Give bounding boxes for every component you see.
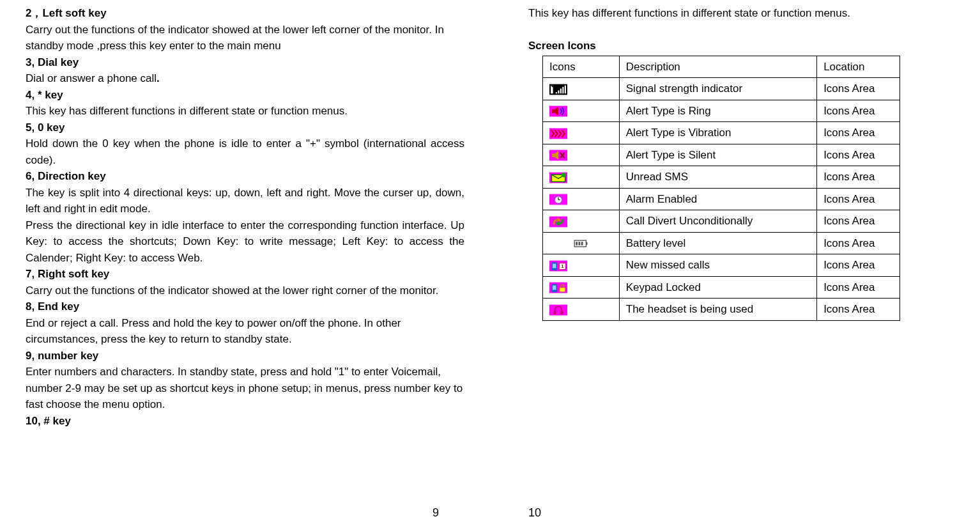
- ring-icon: [549, 105, 567, 117]
- section-title: 6, Direction key: [26, 168, 464, 185]
- desc-cell: The headset is being used: [619, 299, 816, 321]
- table-row: Keypad Locked Icons Area: [543, 276, 900, 299]
- icon-cell: [543, 188, 620, 210]
- lock-icon: [549, 282, 567, 293]
- icons-table: Icons Description Location Signal streng…: [542, 56, 900, 321]
- missed-call-icon: 1: [549, 260, 567, 272]
- svg-rect-30: [581, 242, 583, 245]
- loc-cell: Icons Area: [817, 232, 900, 254]
- svg-rect-3: [556, 92, 557, 93]
- table-row: Alert Type is Ring Icons Area: [543, 100, 900, 122]
- section-body: This key has different functions in diff…: [26, 103, 464, 120]
- table-row: Alert Type is Vibration Icons Area: [543, 122, 900, 144]
- svg-rect-39: [560, 288, 565, 291]
- svg-rect-41: [553, 311, 556, 314]
- icon-cell: [543, 299, 620, 321]
- section-body: Enter numbers and characters. In standby…: [26, 364, 464, 413]
- silent-icon: [549, 150, 567, 161]
- divert-icon: [549, 216, 567, 228]
- table-row: Unread SMS Icons Area: [543, 166, 900, 189]
- section-body: Dial or answer a phone call.: [26, 70, 464, 87]
- svg-rect-5: [560, 88, 562, 93]
- section-title: 7, Right soft key: [26, 266, 464, 283]
- svg-point-17: [562, 173, 566, 177]
- table-header-row: Icons Description Location: [543, 56, 900, 78]
- sms-icon: [549, 172, 567, 183]
- svg-rect-33: [553, 263, 556, 268]
- header-description: Description: [619, 56, 816, 78]
- loc-cell: Icons Area: [817, 254, 900, 277]
- desc-cell: New missed calls: [619, 254, 816, 277]
- desc-cell: Battery level: [619, 232, 816, 254]
- table-row: Battery level Icons Area: [543, 232, 900, 254]
- screen-icons-heading: Screen Icons: [528, 38, 942, 54]
- section-title: 9, number key: [26, 348, 464, 364]
- section-title: 3, Dial key: [26, 54, 464, 71]
- headset-icon: [549, 304, 567, 316]
- svg-rect-38: [553, 286, 556, 290]
- section-title: 2，Left soft key: [26, 5, 464, 22]
- section-body: The key is split into 4 directional keys…: [26, 185, 464, 217]
- section-body: Press the directional key in idle interf…: [26, 217, 464, 267]
- desc-cell: Unread SMS: [619, 166, 816, 189]
- table-row: Signal strength indicator Icons Area: [543, 78, 900, 100]
- period: .: [157, 72, 160, 84]
- icon-cell: [543, 210, 620, 233]
- desc-cell: Alert Type is Vibration: [619, 122, 816, 144]
- section-title: 8, End key: [26, 299, 464, 315]
- loc-cell: Icons Area: [817, 299, 900, 321]
- page-number: 9: [433, 504, 439, 522]
- icon-cell: [543, 78, 620, 100]
- page-right: This key has different functions in diff…: [490, 0, 980, 528]
- icon-cell: [543, 100, 620, 122]
- table-row: Alarm Enabled Icons Area: [543, 188, 900, 210]
- svg-rect-42: [561, 311, 563, 314]
- icon-cell: [543, 122, 620, 144]
- svg-rect-27: [586, 242, 588, 245]
- vibration-icon: [549, 128, 567, 139]
- header-icons: Icons: [543, 56, 620, 78]
- loc-cell: Icons Area: [817, 100, 900, 122]
- table-row: The headset is being used Icons Area: [543, 299, 900, 321]
- loc-cell: Icons Area: [817, 144, 900, 166]
- svg-rect-28: [576, 242, 578, 245]
- svg-rect-6: [562, 86, 563, 93]
- battery-icon: [572, 238, 590, 249]
- table-row: Alert Type is Silent Icons Area: [543, 144, 900, 166]
- table-row: 1 New missed calls Icons Area: [543, 254, 900, 277]
- svg-rect-7: [565, 85, 566, 93]
- loc-cell: Icons Area: [817, 276, 900, 299]
- desc-cell: Call Divert Unconditionally: [619, 210, 816, 233]
- alarm-icon: [549, 194, 567, 205]
- icon-cell: [543, 144, 620, 166]
- desc-cell: Keypad Locked: [619, 276, 816, 299]
- loc-cell: Icons Area: [817, 78, 900, 100]
- intro-text: This key has different functions in diff…: [528, 5, 942, 22]
- desc-cell: Alert Type is Ring: [619, 100, 816, 122]
- loc-cell: Icons Area: [817, 188, 900, 210]
- icon-cell: [543, 232, 620, 254]
- table-row: Call Divert Unconditionally Icons Area: [543, 210, 900, 233]
- svg-rect-4: [558, 90, 559, 93]
- section-title: 10, # key: [26, 413, 464, 430]
- signal-icon: [549, 84, 567, 95]
- svg-text:1: 1: [561, 263, 564, 269]
- loc-cell: Icons Area: [817, 122, 900, 144]
- page-left: 2，Left soft key Carry out the functions …: [0, 0, 490, 528]
- desc-cell: Alert Type is Silent: [619, 144, 816, 166]
- icon-cell: [543, 166, 620, 189]
- section-body: End or reject a call. Press and hold the…: [26, 315, 464, 348]
- section-body: Carry out the functions of the indicator…: [26, 283, 464, 299]
- icon-cell: 1: [543, 254, 620, 277]
- section-title: 5, 0 key: [26, 120, 464, 136]
- desc-cell: Signal strength indicator: [619, 78, 816, 100]
- loc-cell: Icons Area: [817, 166, 900, 189]
- text: Dial or answer a phone call: [26, 72, 157, 84]
- page-number: 10: [528, 504, 541, 522]
- section-body: Hold down the 0 key when the phone is id…: [26, 136, 464, 168]
- section-body: Carry out the functions of the indicator…: [26, 22, 464, 54]
- section-title: 4, * key: [26, 87, 464, 104]
- loc-cell: Icons Area: [817, 210, 900, 233]
- svg-rect-29: [579, 242, 581, 245]
- header-location: Location: [817, 56, 900, 78]
